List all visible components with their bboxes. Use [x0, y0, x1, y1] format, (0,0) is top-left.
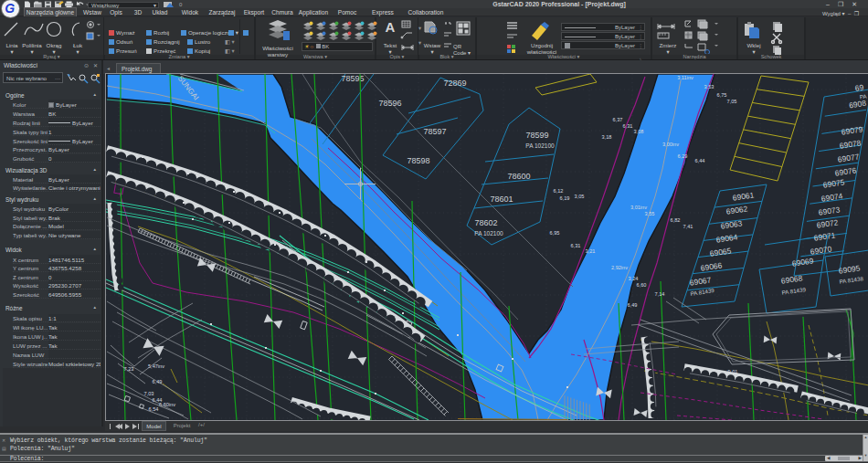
- svg-text:78596: 78596: [378, 99, 401, 108]
- svg-text:72869: 72869: [443, 79, 466, 88]
- svg-text:78599: 78599: [525, 131, 548, 140]
- svg-text:3,11inv: 3,11inv: [677, 75, 693, 80]
- svg-text:6,49: 6,49: [628, 302, 638, 308]
- svg-text:6,60: 6,60: [637, 282, 647, 288]
- svg-text:PA 102100: PA 102100: [474, 230, 503, 237]
- svg-text:6,12: 6,12: [554, 188, 564, 194]
- svg-text:78600: 78600: [507, 172, 530, 181]
- svg-text:3,01inv: 3,01inv: [630, 205, 647, 210]
- svg-text:6,31: 6,31: [623, 123, 633, 129]
- svg-text:6,37: 6,37: [613, 117, 623, 122]
- svg-text:3,08: 3,08: [634, 129, 644, 134]
- svg-text:6,82: 6,82: [671, 217, 681, 223]
- svg-text:6,19: 6,19: [560, 195, 570, 201]
- svg-text:69: 69: [854, 82, 864, 92]
- svg-text:3,18: 3,18: [602, 134, 612, 140]
- svg-text:6,29: 6,29: [678, 153, 688, 159]
- svg-text:3,53: 3,53: [704, 84, 715, 89]
- svg-text:6,75: 6,75: [717, 92, 727, 98]
- svg-text:6,44: 6,44: [695, 158, 705, 163]
- svg-text:PA 102100: PA 102100: [525, 142, 555, 149]
- svg-text:78602: 78602: [474, 218, 497, 227]
- svg-text:3,00inv: 3,00inv: [662, 142, 679, 147]
- svg-text:3,24: 3,24: [629, 276, 639, 281]
- svg-text:78597: 78597: [423, 127, 446, 136]
- svg-text:6,49: 6,49: [153, 379, 163, 384]
- svg-text:9,01: 9,01: [728, 369, 738, 374]
- svg-text:78601: 78601: [490, 195, 513, 204]
- svg-text:7,41: 7,41: [683, 224, 693, 229]
- svg-text:7,05: 7,05: [727, 99, 737, 104]
- svg-text:3,05: 3,05: [575, 194, 585, 199]
- svg-text:78598: 78598: [407, 156, 429, 165]
- svg-text:3,55: 3,55: [645, 211, 655, 216]
- svg-text:2,92inv: 2,92inv: [611, 265, 628, 270]
- svg-text:6,95: 6,95: [550, 230, 560, 236]
- svg-text:7,14: 7,14: [655, 291, 665, 297]
- svg-text:7,03: 7,03: [144, 391, 154, 396]
- svg-text:3,21: 3,21: [586, 248, 596, 254]
- svg-text:PA: PA: [859, 93, 866, 100]
- svg-text:6,31: 6,31: [571, 243, 581, 248]
